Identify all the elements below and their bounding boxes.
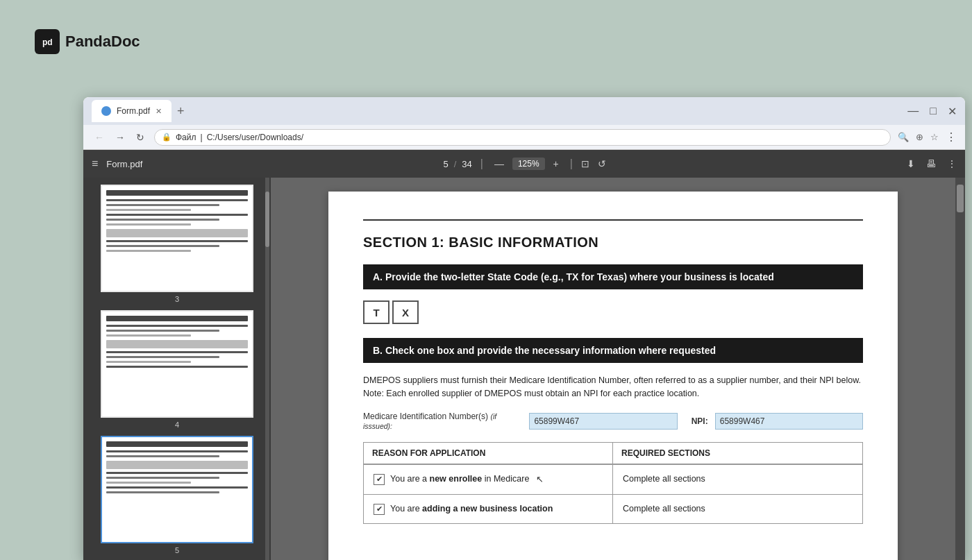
table-row-1-col1: ✔ You are a new enrollee in Medicare ↖	[364, 465, 613, 494]
thumbnail-img-3	[101, 185, 253, 292]
pdf-right-scrollbar[interactable]	[955, 178, 965, 560]
address-separator: |	[201, 133, 203, 142]
pdf-page-divider: /	[454, 159, 457, 169]
medicare-input[interactable]: 65899W467	[529, 413, 677, 430]
table-row-2-col1: ✔ You are adding a new business location	[364, 495, 613, 524]
pandadoc-logo: pd PandaDoc	[35, 29, 140, 54]
pdf-page-total: 34	[462, 159, 471, 169]
pdf-zoom-in-button[interactable]: +	[551, 157, 562, 171]
window-maximize-button[interactable]: □	[930, 105, 937, 118]
sidebar-scrollbar[interactable]	[265, 178, 269, 560]
pdf-toolbar-divider1: |	[480, 158, 483, 170]
pdf-main: 3 4	[83, 178, 965, 560]
tab-close-button[interactable]: ✕	[156, 107, 162, 116]
application-table-header: REASON FOR APPLICATION REQUIRED SECTIONS	[364, 443, 862, 464]
browser-chrome: Form.pdf ✕ + — □ ✕	[83, 97, 965, 125]
section-b-body-text: DMEPOS suppliers must furnish their Medi…	[363, 374, 863, 400]
pdf-more-button[interactable]: ⋮	[947, 158, 957, 169]
thumbnail-img-5	[101, 436, 253, 543]
pdf-zoom-level: 125%	[512, 158, 545, 170]
share-icon[interactable]: ⊕	[916, 132, 923, 142]
address-bar-icons: 🔍 ⊕ ☆	[898, 132, 939, 142]
row1-reason-text: You are a new enrollee in Medicare	[390, 473, 529, 486]
reload-button[interactable]: ↻	[133, 130, 147, 144]
state-code-box-1[interactable]: T	[363, 300, 389, 324]
bookmark-icon[interactable]: ☆	[930, 132, 939, 142]
tab-bar: Form.pdf ✕ +	[92, 100, 902, 122]
pdf-pagination: 5 / 34	[443, 159, 471, 169]
table-row-2: ✔ You are adding a new business location…	[364, 494, 862, 524]
browser-menu-button[interactable]: ⋮	[946, 130, 957, 144]
pdf-toolbar-right: ⬇ 🖶 ⋮	[907, 158, 957, 169]
pdf-content-area: SECTION 1: BASIC INFORMATION A. Provide …	[271, 178, 955, 560]
new-tab-button[interactable]: +	[177, 104, 185, 119]
pdf-print-button[interactable]: 🖶	[926, 158, 936, 169]
browser-window: Form.pdf ✕ + — □ ✕ ← → ↻ 🔒 Файл | C:/Use…	[83, 97, 965, 560]
svg-text:pd: pd	[42, 37, 53, 47]
pdf-sidebar: 3 4	[83, 178, 271, 560]
row2-reason-text: You are adding a new business location	[390, 503, 553, 516]
row2-checkbox[interactable]: ✔	[374, 504, 385, 515]
tab-title: Form.pdf	[117, 106, 150, 116]
thumbnail-label-4: 4	[175, 421, 179, 429]
medicare-field-label: Medicare Identification Number(s) (if is…	[363, 411, 522, 431]
section-title: SECTION 1: BASIC INFORMATION	[363, 235, 863, 251]
address-prefix: Файл	[176, 133, 196, 142]
pdf-toolbar: ≡ Form.pdf 5 / 34 | — 125% + | ⊡ ↺ ⬇ 🖶 ⋮	[83, 150, 965, 178]
pdf-rotate-icon[interactable]: ↺	[598, 158, 606, 169]
col-header-reason: REASON FOR APPLICATION	[364, 443, 613, 464]
medicare-field-row: Medicare Identification Number(s) (if is…	[363, 411, 863, 431]
section-b-header: B. Check one box and provide the necessa…	[363, 338, 863, 363]
pdf-menu-button[interactable]: ≡	[92, 158, 98, 170]
window-close-button[interactable]: ✕	[948, 105, 957, 118]
pdf-page: SECTION 1: BASIC INFORMATION A. Provide …	[328, 192, 898, 560]
state-code-boxes: T X	[363, 300, 863, 324]
row1-required-text: Complete all sections	[623, 473, 705, 486]
thumbnail-page-4[interactable]: 4	[90, 310, 264, 429]
table-row-2-col2: Complete all sections	[613, 495, 862, 524]
zoom-address-icon[interactable]: 🔍	[898, 132, 909, 142]
pdf-page-current: 5	[443, 159, 448, 169]
table-row-1: ✔ You are a new enrollee in Medicare ↖ C…	[364, 464, 862, 494]
window-minimize-button[interactable]: —	[907, 105, 919, 118]
thumbnail-label-5: 5	[175, 546, 179, 554]
thumbnail-page-5[interactable]: 5	[90, 436, 264, 554]
svg-point-2	[103, 108, 110, 114]
page-top-line	[363, 219, 863, 221]
pdf-fit-icon[interactable]: ⊡	[581, 158, 589, 169]
section-a-header: A. Provide the two-letter State Code (e.…	[363, 264, 863, 289]
nav-buttons: ← → ↻	[92, 130, 147, 144]
col-header-required: REQUIRED SECTIONS	[613, 443, 862, 464]
tab-favicon	[101, 106, 111, 116]
table-row-1-col2: Complete all sections	[613, 465, 862, 494]
thumbnail-page-3[interactable]: 3	[90, 185, 264, 303]
pandadoc-logo-icon: pd	[35, 29, 60, 54]
address-url: C:/Users/user/Downloads/	[207, 133, 303, 142]
pandadoc-header: pd PandaDoc	[0, 0, 972, 83]
pdf-filename: Form.pdf	[106, 159, 142, 169]
pdf-zoom-controls: — 125% +	[492, 157, 562, 171]
row1-checkbox[interactable]: ✔	[374, 474, 385, 485]
forward-button[interactable]: →	[112, 130, 128, 144]
back-button[interactable]: ←	[92, 130, 107, 144]
browser-tab-form[interactable]: Form.pdf ✕	[92, 100, 171, 122]
pdf-toolbar-divider2: |	[570, 158, 573, 170]
npi-input[interactable]: 65899W467	[715, 413, 863, 430]
pdf-download-button[interactable]: ⬇	[907, 158, 915, 169]
browser-addressbar: ← → ↻ 🔒 Файл | C:/Users/user/Downloads/ …	[83, 125, 965, 150]
pdf-zoom-out-button[interactable]: —	[492, 157, 507, 171]
npi-label: NPI:	[692, 416, 708, 426]
pdf-right-scrollbar-thumb[interactable]	[957, 185, 964, 212]
sidebar-scrollbar-thumb[interactable]	[265, 192, 269, 247]
state-code-box-2[interactable]: X	[392, 300, 419, 324]
row2-required-text: Complete all sections	[623, 503, 705, 516]
address-bar[interactable]: 🔒 Файл | C:/Users/user/Downloads/	[154, 129, 891, 146]
window-action-icons: — □ ✕	[907, 105, 957, 118]
thumbnail-img-4	[101, 310, 253, 418]
application-table: REASON FOR APPLICATION REQUIRED SECTIONS…	[363, 442, 863, 525]
pandadoc-logo-text: PandaDoc	[65, 33, 140, 51]
address-lock-icon: 🔒	[162, 133, 171, 142]
thumbnail-label-3: 3	[175, 295, 179, 303]
cursor-arrow: ↖	[536, 473, 544, 486]
